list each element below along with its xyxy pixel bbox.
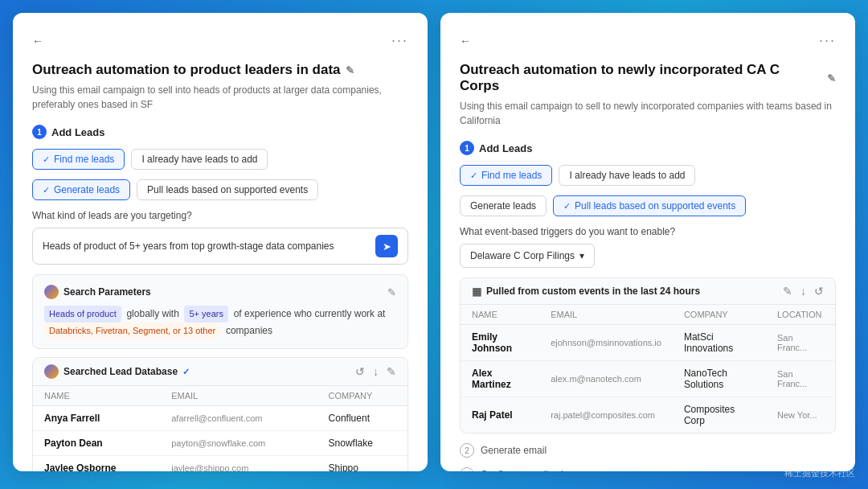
left-col-name: NAME xyxy=(33,386,160,406)
left-targeting-question: What kind of leads are you targeting? xyxy=(32,210,408,221)
right-step3: 3 Configure email volume xyxy=(460,467,836,471)
right-lead-name-0: Emily Johnson xyxy=(461,325,539,361)
right-trigger-question: What event-based triggers do you want to… xyxy=(460,226,836,237)
right-step1-badge: 1 xyxy=(460,141,474,155)
right-menu-button[interactable]: ··· xyxy=(819,32,836,49)
right-dropdown-btn[interactable]: Delaware C Corp Filings ▾ xyxy=(460,244,595,268)
left-leads-tbody: Anya Farrell afarrell@confluent.com Conf… xyxy=(33,406,407,471)
left-lead-email-1: payton@snowflake.com xyxy=(160,431,317,456)
right-lead-email-2: raj.patel@composites.com xyxy=(539,397,673,434)
right-already-have-option[interactable]: I already have leads to add xyxy=(559,165,695,186)
left-generate-leads-option[interactable]: ✓ Generate leads xyxy=(32,179,130,200)
right-chevron-down-icon: ▾ xyxy=(579,250,584,261)
right-panel: ← ··· Outreach automation to newly incor… xyxy=(440,13,855,471)
right-generate-leads-option[interactable]: Generate leads xyxy=(460,195,547,216)
left-avatar-icon xyxy=(44,285,59,299)
left-search-params-title: Search Parameters xyxy=(44,285,151,299)
left-pull-leads-option[interactable]: Pull leads based on supported events xyxy=(137,179,318,200)
left-params-text: Heads of product globally with 5+ years … xyxy=(44,306,396,339)
left-tag-companies: Databricks, Fivetran, Segment, or 13 oth… xyxy=(44,323,220,339)
right-lead-location-1: San Franc... xyxy=(766,361,835,397)
table-row: Emily Johnson ejohnson@msinnovations.io … xyxy=(461,325,835,361)
left-already-have-option[interactable]: I already have leads to add xyxy=(131,149,268,170)
left-radio-options: ✓ Find me leads I already have leads to … xyxy=(32,149,408,170)
left-leads-download-icon[interactable]: ↓ xyxy=(373,365,379,378)
left-find-check-icon: ✓ xyxy=(43,154,50,165)
left-leads-refresh-icon[interactable]: ↺ xyxy=(355,365,365,378)
table-row: Raj Patel raj.patel@composites.com Compo… xyxy=(461,397,835,434)
table-row: Payton Dean payton@snowflake.com Snowfla… xyxy=(33,431,407,456)
right-lead-email-0: ejohnson@msinnovations.io xyxy=(539,325,673,361)
left-search-params-header: Search Parameters ✎ xyxy=(44,285,396,299)
right-events-header: ▦ Pulled from custom events in the last … xyxy=(461,278,835,305)
left-col-company: COMPANY xyxy=(317,386,407,406)
table-row: Alex Martinez alex.m@nanotech.com NanoTe… xyxy=(461,361,835,397)
right-back-button[interactable]: ← xyxy=(460,35,471,47)
right-lead-name-2: Raj Patel xyxy=(461,397,539,434)
left-panel-title: Outreach automation to product leaders i… xyxy=(32,62,408,78)
left-leads-avatar-icon xyxy=(44,364,59,379)
table-row: Anya Farrell afarrell@confluent.com Conf… xyxy=(33,406,407,431)
left-col-email: EMAIL xyxy=(160,386,317,406)
right-events-download-icon[interactable]: ↓ xyxy=(800,285,806,298)
right-step2: 2 Generate email xyxy=(460,443,836,458)
right-pull-leads-option[interactable]: ✓ Pull leads based on supported events xyxy=(553,195,746,216)
right-col-company: COMPANY xyxy=(673,305,766,325)
left-lead-email-0: afarrell@confluent.com xyxy=(160,406,317,431)
right-lead-location-2: New Yor... xyxy=(766,397,835,434)
left-tag-heads: Heads of product xyxy=(44,306,121,323)
left-search-params-edit-icon[interactable]: ✎ xyxy=(387,286,396,298)
left-leads-table: NAME EMAIL COMPANY Anya Farrell afarrell… xyxy=(33,386,407,471)
left-generate-check-icon: ✓ xyxy=(43,185,50,195)
left-searched-leads-header: Searched Lead Database ✓ ↺ ↓ ✎ xyxy=(33,358,407,386)
panels-container: ← ··· Outreach automation to product lea… xyxy=(0,0,868,489)
left-lead-name-2: Jaylee Osborne xyxy=(33,456,160,471)
left-tag-years: 5+ years xyxy=(184,306,228,323)
right-step1-header: 1 Add Leads xyxy=(460,141,836,155)
right-lead-company-1: NanoTech Solutions xyxy=(673,361,766,397)
right-find-me-leads-option[interactable]: ✓ Find me leads xyxy=(460,165,552,186)
right-lead-company-2: Composites Corp xyxy=(673,397,766,434)
right-pull-check-icon: ✓ xyxy=(563,201,571,212)
left-generate-options: ✓ Generate leads Pull leads based on sup… xyxy=(32,179,408,200)
left-panel-topbar: ← ··· xyxy=(32,32,408,49)
left-search-input-row[interactable]: Heads of product of 5+ years from top gr… xyxy=(32,228,408,265)
right-events-edit-icon[interactable]: ✎ xyxy=(783,285,792,298)
left-panel-subtitle: Using this email campaign to sell into h… xyxy=(32,83,408,112)
left-lead-company-0: Confluent xyxy=(317,406,407,431)
left-find-me-leads-option[interactable]: ✓ Find me leads xyxy=(32,149,125,170)
left-lead-name-0: Anya Farrell xyxy=(33,406,160,431)
right-events-title: ▦ Pulled from custom events in the last … xyxy=(472,286,700,298)
right-lead-email-1: alex.m@nanotech.com xyxy=(539,361,673,397)
right-step2-circle: 2 xyxy=(460,443,474,458)
right-events-tbody: Emily Johnson ejohnson@msinnovations.io … xyxy=(461,325,835,434)
left-menu-button[interactable]: ··· xyxy=(391,32,408,49)
right-calendar-icon: ▦ xyxy=(472,286,481,298)
right-radio-options-row1: ✓ Find me leads I already have leads to … xyxy=(460,165,836,186)
right-lead-location-0: San Franc... xyxy=(766,325,835,361)
right-lead-name-1: Alex Martinez xyxy=(461,361,539,397)
right-col-email: EMAIL xyxy=(539,305,673,325)
right-events-box: ▦ Pulled from custom events in the last … xyxy=(460,277,836,434)
right-find-check-icon: ✓ xyxy=(470,171,477,181)
left-lead-name-1: Payton Dean xyxy=(33,431,160,456)
left-step1-header: 1 Add Leads xyxy=(32,125,408,139)
right-panel-title: Outreach automation to newly incorporate… xyxy=(460,62,836,94)
right-events-refresh-icon[interactable]: ↺ xyxy=(814,285,824,298)
left-searched-leads-box: Searched Lead Database ✓ ↺ ↓ ✎ NAME EMAI… xyxy=(32,357,408,471)
table-row: Jaylee Osborne jaylee@shippo.com Shippo xyxy=(33,456,407,471)
left-send-button[interactable]: ➤ xyxy=(375,235,398,257)
watermark: 稀土掘金技术社区 xyxy=(784,467,855,479)
right-step3-circle: 3 xyxy=(460,467,474,471)
left-back-button[interactable]: ← xyxy=(32,35,43,47)
left-step1-badge: 1 xyxy=(32,125,47,139)
right-radio-options-row2: Generate leads ✓ Pull leads based on sup… xyxy=(460,195,836,216)
left-panel: ← ··· Outreach automation to product lea… xyxy=(13,13,428,471)
right-title-edit-icon[interactable]: ✎ xyxy=(827,72,836,84)
right-lead-company-0: MatSci Innovations xyxy=(673,325,766,361)
left-leads-edit-icon[interactable]: ✎ xyxy=(387,365,396,378)
left-search-input-value: Heads of product of 5+ years from top gr… xyxy=(43,240,369,252)
right-panel-subtitle: Using this email campaign to sell to new… xyxy=(460,99,836,128)
left-title-edit-icon[interactable]: ✎ xyxy=(346,64,354,76)
left-leads-header-actions: ↺ ↓ ✎ xyxy=(355,365,396,378)
